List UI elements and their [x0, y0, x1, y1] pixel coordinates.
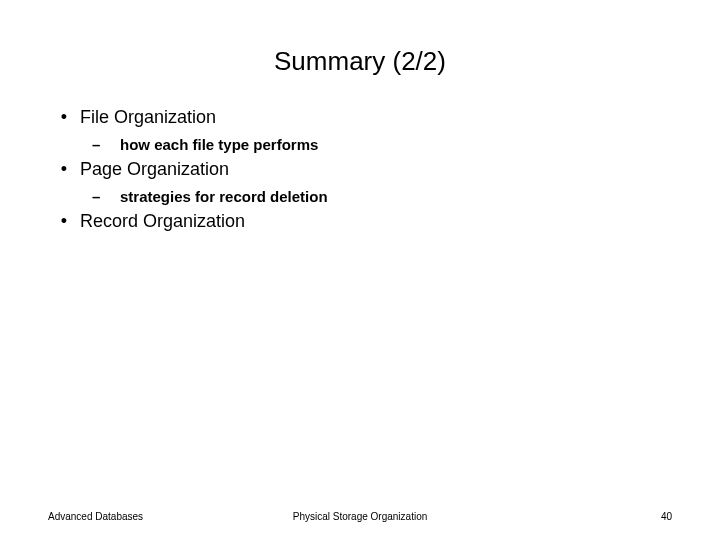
- footer-left: Advanced Databases: [48, 511, 143, 522]
- list-subitem-label: strategies for record deletion: [120, 188, 328, 205]
- slide: Summary (2/2) • File Organization – how …: [0, 0, 720, 540]
- dash-marker: –: [92, 136, 120, 153]
- list-item: • Record Organization: [48, 211, 672, 232]
- list-subitem: – how each file type performs: [92, 136, 672, 153]
- list-item-label: Record Organization: [80, 211, 245, 232]
- list-subitem-label: how each file type performs: [120, 136, 318, 153]
- footer: Advanced Databases Physical Storage Orga…: [0, 511, 720, 522]
- bullet-list: • File Organization – how each file type…: [48, 107, 672, 232]
- page-title: Summary (2/2): [48, 46, 672, 77]
- bullet-marker: •: [48, 211, 80, 232]
- bullet-marker: •: [48, 159, 80, 180]
- list-subitem: – strategies for record deletion: [92, 188, 672, 205]
- list-item-label: File Organization: [80, 107, 216, 128]
- list-item: • File Organization: [48, 107, 672, 128]
- dash-marker: –: [92, 188, 120, 205]
- slide-number: 40: [661, 511, 672, 522]
- bullet-marker: •: [48, 107, 80, 128]
- list-item-label: Page Organization: [80, 159, 229, 180]
- footer-center: Physical Storage Organization: [293, 511, 428, 522]
- list-item: • Page Organization: [48, 159, 672, 180]
